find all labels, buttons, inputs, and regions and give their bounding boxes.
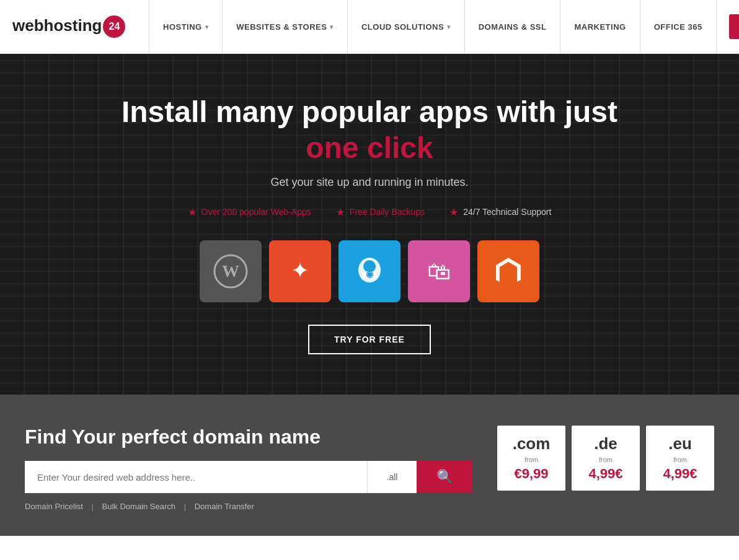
- svg-text:◉: ◉: [366, 268, 374, 278]
- domain-search-row: .all 🔍: [25, 461, 472, 493]
- header: webhosting24 HOSTING ▾ WEBSITES & STORES…: [0, 0, 739, 54]
- domain-footer-links: Domain Pricelist | Bulk Domain Search | …: [25, 502, 472, 511]
- domain-section: Find Your perfect domain name .all 🔍 Dom…: [0, 395, 739, 536]
- domain-search-button[interactable]: 🔍: [417, 461, 472, 493]
- feature-support-text: 24/7 Technical Support: [463, 207, 551, 217]
- hero-features: ★ Over 200 popular Web-Apps ★ Free Daily…: [103, 206, 636, 218]
- svg-text:✦: ✦: [291, 258, 309, 283]
- domain-search-input[interactable]: [25, 461, 367, 493]
- wordpress-icon-tile[interactable]: W: [200, 240, 262, 302]
- svg-text:🛍: 🛍: [427, 258, 451, 284]
- nav-websites-stores[interactable]: WEBSITES & STORES ▾: [223, 0, 348, 53]
- try-free-button[interactable]: TRY FOR FREE: [308, 325, 431, 354]
- domain-inner: Find Your perfect domain name .all 🔍 Dom…: [25, 426, 714, 511]
- wordpress-logo: W: [212, 253, 249, 290]
- hero-section: Install many popular apps with just one …: [0, 54, 739, 395]
- svg-marker-9: [503, 262, 513, 282]
- nav-cloud-solutions[interactable]: CLOUD SOLUTIONS ▾: [348, 0, 465, 53]
- shop-logo: 🛍: [420, 253, 458, 290]
- nav-office365[interactable]: OFFICE 365: [640, 0, 717, 53]
- drupal-icon-tile[interactable]: ◉: [339, 240, 400, 302]
- bulk-domain-search-link[interactable]: Bulk Domain Search: [102, 502, 176, 511]
- domain-card-eu[interactable]: .eu from 4,99€: [646, 426, 714, 491]
- nav-domains-ssl[interactable]: DOMAINS & SSL: [465, 0, 561, 53]
- chevron-down-icon: ▾: [330, 24, 334, 30]
- feature-support: ★ 24/7 Technical Support: [449, 206, 551, 218]
- domain-card-de[interactable]: .de from 4,99€: [572, 426, 640, 491]
- domain-pricelist-link[interactable]: Domain Pricelist: [25, 502, 83, 511]
- hero-title: Install many popular apps with just one …: [103, 94, 636, 165]
- search-icon: 🔍: [436, 469, 453, 485]
- signup-button[interactable]: 👤 SIGN UP: [729, 14, 739, 39]
- drupal-logo: ◉: [351, 253, 388, 290]
- domain-left-panel: Find Your perfect domain name .all 🔍 Dom…: [25, 426, 472, 511]
- magento-logo: [490, 253, 527, 290]
- star-icon: ★: [188, 206, 197, 218]
- domain-tld-selector[interactable]: .all: [367, 461, 417, 493]
- star-icon: ★: [449, 206, 458, 218]
- magento-icon-tile[interactable]: [477, 240, 539, 302]
- joomla-icon-tile[interactable]: ✦: [269, 240, 331, 302]
- main-nav: HOSTING ▾ WEBSITES & STORES ▾ CLOUD SOLU…: [149, 0, 717, 53]
- nav-hosting[interactable]: HOSTING ▾: [149, 0, 223, 53]
- domain-price-cards: .com from €9,99 .de from 4,99€ .eu from …: [497, 426, 714, 491]
- hero-content: Install many popular apps with just one …: [91, 94, 648, 354]
- logo-circle: 24: [103, 15, 125, 38]
- joomla-logo: ✦: [281, 253, 319, 290]
- domain-card-com[interactable]: .com from €9,99: [497, 426, 565, 491]
- feature-backups: ★ Free Daily Backups: [336, 206, 425, 218]
- feature-webapps: ★ Over 200 popular Web-Apps: [188, 206, 311, 218]
- shop-icon-tile[interactable]: 🛍: [408, 240, 470, 302]
- star-icon: ★: [336, 206, 345, 218]
- chevron-down-icon: ▾: [205, 24, 209, 30]
- domain-transfer-link[interactable]: Domain Transfer: [195, 502, 254, 511]
- feature-backups-link[interactable]: Free Daily Backups: [350, 207, 425, 217]
- logo[interactable]: webhosting24: [0, 15, 149, 38]
- chevron-down-icon: ▾: [447, 24, 451, 30]
- app-icons-row: W ✦ ◉ 🛍: [103, 240, 636, 302]
- nav-marketing[interactable]: MARKETING: [560, 0, 640, 53]
- svg-text:W: W: [222, 261, 239, 281]
- domain-title: Find Your perfect domain name: [25, 426, 472, 448]
- hero-subtitle: Get your site up and running in minutes.: [103, 176, 636, 189]
- feature-webapps-link[interactable]: Over 200 popular Web-Apps: [201, 207, 311, 217]
